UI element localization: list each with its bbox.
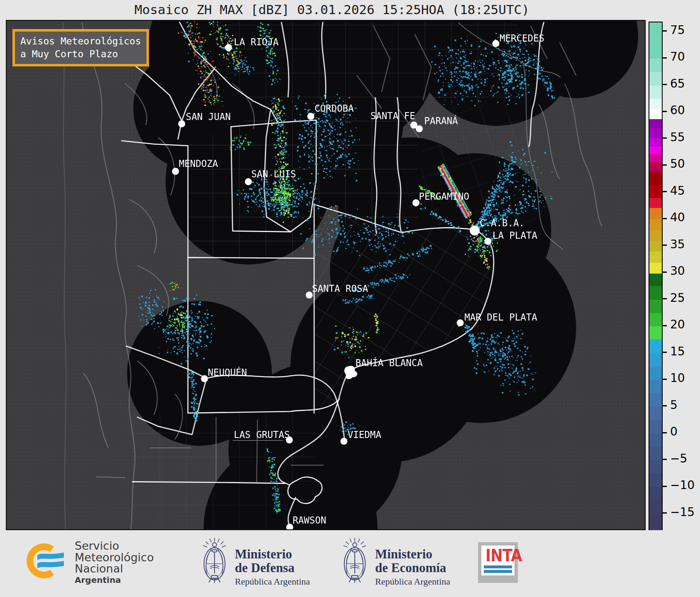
colorbar-segment: [649, 300, 662, 313]
colorbar-tick-label: 75: [670, 23, 685, 37]
colorbar-segment: [649, 367, 662, 380]
map: LA RIOJAMERCEDESSAN JUANCÓRDOBASANTA FEP…: [6, 20, 646, 530]
city-label-san-luis: SAN LUIS: [251, 169, 296, 179]
colorbar-tick-label: 70: [670, 50, 685, 64]
city-label-las-grutas: LAS GRUTAS: [234, 429, 290, 440]
city-label-viedma: VIEDMA: [348, 429, 382, 440]
colorbar-segment: [649, 514, 662, 531]
colorbar-segment: [649, 185, 662, 198]
short-term-warnings-banner[interactable]: Avisos Meteorológicos a Muy Corto Plazo: [12, 29, 149, 66]
city-dot-neuqu-n: [201, 375, 208, 382]
city-dot-la-rioja: [225, 44, 232, 51]
colorbar-tick-label: 50: [670, 157, 685, 171]
city-dot-mendoza: [172, 168, 179, 175]
colorbar-segment: [649, 241, 662, 252]
coat-of-arms-economia-icon: [339, 536, 371, 588]
inta-logo-panel: INTA: [481, 546, 515, 575]
colorbar-segment: [649, 22, 662, 59]
city-dot-san-juan: [178, 120, 185, 127]
colorbar-segment: [649, 162, 662, 171]
colorbar-segment: [649, 230, 662, 241]
city-dot-bah-a-blanca: [344, 366, 353, 374]
colorbar-segment: [649, 219, 662, 230]
city-label-san-juan: SAN JUAN: [186, 111, 231, 122]
colorbar-segment: [649, 154, 662, 162]
colorbar-tick-label: −15: [670, 505, 695, 519]
colorbar-segment: [649, 59, 662, 72]
city-label-neuqu-n: NEUQUÉN: [208, 367, 247, 378]
city-dot-san-luis: [245, 178, 252, 185]
colorbar-segment: [649, 420, 662, 433]
defensa-line-2: de Defensa: [235, 561, 310, 575]
alert-line-2: a Muy Corto Plazo: [20, 49, 118, 59]
city-dot-c-a-b-a-: [470, 225, 480, 235]
colorbar-segment: [649, 393, 662, 406]
city-label-mar-del-plata: MAR DEL PLATA: [464, 312, 537, 323]
colorbar-segment: [649, 72, 662, 86]
colorbar-segment: [649, 313, 662, 326]
colorbar-segment: [649, 433, 662, 447]
colorbar-segment: [649, 487, 662, 500]
economia-line-2: de Economía: [375, 561, 450, 575]
colorbar-segment: [649, 147, 662, 154]
city-dot-santa-rosa: [306, 291, 313, 298]
footer: Servicio Meteorológico Nacional Argentin…: [0, 530, 700, 597]
colorbar-tick-label: 10: [670, 371, 685, 385]
colorbar-tick-label: 65: [670, 77, 685, 91]
colorbar-tick-label: 35: [670, 237, 685, 251]
coat-of-arms-defensa-icon: [198, 536, 231, 588]
city-label-mendoza: MENDOZA: [179, 158, 218, 169]
economia-line-1: Ministerio: [375, 548, 450, 561]
colorbar-segment: [649, 326, 662, 339]
dbz-colorbar: [649, 22, 663, 532]
colorbar-tick-label: 40: [670, 210, 685, 224]
city-label-la-rioja: LA RIOJA: [234, 37, 279, 47]
alert-line-1: Avisos Meteorológicos: [20, 36, 141, 46]
colorbar-segment: [649, 128, 662, 138]
colorbar-tick-label: 5: [670, 398, 678, 411]
city-label-paran-: PARANÁ: [424, 115, 458, 126]
city-label-rawson: RAWSON: [293, 515, 326, 526]
ministry-economia-wordmark: Ministerio de Economía República Argenti…: [375, 548, 450, 587]
city-label-mercedes: MERCEDES: [500, 33, 544, 44]
city-label-santa-rosa: SANTA ROSA: [312, 283, 368, 294]
page-title: Mosaico ZH MAX [dBZ] 03.01.2026 15:25HOA…: [8, 2, 656, 17]
smn-line-2: Meteorológico: [75, 552, 154, 563]
colorbar-segment: [649, 263, 662, 274]
smn-logo-icon: [26, 539, 67, 581]
colorbar-segment: [649, 500, 662, 514]
city-dot-la-plata: [485, 238, 492, 245]
colorbar-segment: [649, 353, 662, 367]
colorbar-tick-label: 25: [670, 291, 685, 305]
colorbar-segment: [649, 208, 662, 219]
colorbar-segment: [649, 119, 662, 128]
city-label-c-rdoba: CÓRDOBA: [315, 103, 354, 114]
map-svg: LA RIOJAMERCEDESSAN JUANCÓRDOBASANTA FEP…: [7, 21, 645, 529]
city-dot-mar-del-plata: [457, 319, 464, 326]
smn-wordmark: Servicio Meteorológico Nacional Argentin…: [75, 540, 154, 584]
radar-mosaic-screen: Mosaico ZH MAX [dBZ] 03.01.2026 15:25HOA…: [0, 0, 700, 597]
smn-line-3: Nacional: [75, 563, 154, 575]
colorbar-segment: [649, 252, 662, 263]
city-dot-viedma: [340, 438, 347, 445]
city-dot-mercedes: [492, 40, 499, 47]
colorbar-segment: [649, 274, 662, 286]
inta-stripe-2: [484, 570, 512, 573]
city-label-bah-a-blanca: BAHÍA BLANCA: [356, 357, 423, 368]
city-label-c-a-b-a-: C.A.B.A.: [480, 218, 524, 228]
colorbar-tick-label: −5: [670, 451, 687, 465]
inta-wordmark: INTA: [485, 547, 510, 564]
colorbar-tick-label: 30: [670, 264, 685, 278]
colorbar-segment: [649, 99, 662, 109]
ministry-defensa-wordmark: Ministerio de Defensa República Argentin…: [235, 548, 310, 587]
colorbar-tick-label: 55: [670, 130, 685, 144]
colorbar-segment: [649, 109, 662, 120]
smn-line-1: Servicio: [75, 540, 154, 552]
city-label-la-plata: LA PLATA: [493, 230, 538, 241]
colorbar-tick-label: 15: [670, 345, 685, 358]
colorbar-tick-label: 60: [670, 103, 685, 117]
city-dot-pergamino: [412, 199, 420, 206]
colorbar-segment: [649, 86, 662, 99]
defensa-subtitle: República Argentina: [235, 576, 310, 587]
colorbar-segment: [649, 286, 662, 299]
